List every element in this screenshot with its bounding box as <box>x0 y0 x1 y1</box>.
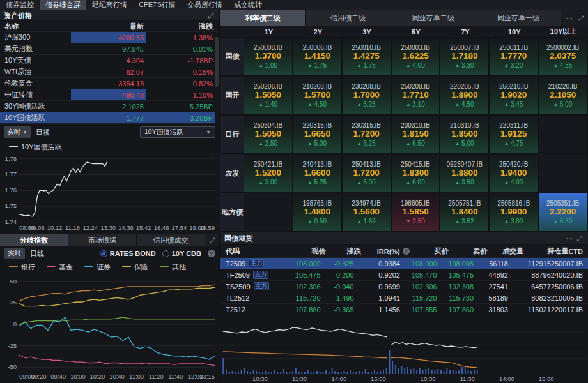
asset-table-scrollbar[interactable] <box>215 32 219 124</box>
futures-table-row[interactable]: T2512107.860-0.3651.1456107.855107.86031… <box>220 304 588 315</box>
menu-tab-bond-composite[interactable]: 债券综合屏 <box>40 0 86 10</box>
futures-table-row[interactable]: TL2512115.720-1.4901.0941115.720115.7305… <box>220 292 588 304</box>
rates-grid-cell[interactable]: 2505351.IB2.2200▲6.50 <box>539 193 588 231</box>
svg-text:15:00: 15:00 <box>539 375 554 382</box>
bond-code: 250420.IB <box>499 161 529 168</box>
instrument-select[interactable]: 10Y国债活跃 ▼ <box>140 126 215 138</box>
asset-table-row[interactable]: 10Y国债活跃1.7773.20BP <box>0 112 219 124</box>
tab-rates-secondary[interactable]: 利率债二级 <box>220 10 306 26</box>
expand-icon[interactable]: ⤢ <box>576 15 585 22</box>
triangle-down-icon: ▼ <box>406 219 410 223</box>
rates-grid-cell[interactable]: 250304.IB1.5050▲2.50 <box>244 116 293 153</box>
futures-price: 102.306 <box>282 283 320 290</box>
rates-grid-cell[interactable]: 234974.IB1.5600▲1.69 <box>343 193 392 231</box>
rates-grid-cell[interactable]: 250413.IB1.7200▲5.00 <box>343 154 392 192</box>
asset-panel-header: 资产价格 ⤢ <box>0 10 219 21</box>
asset-table-row[interactable]: 沪深3004260.551.38% <box>0 32 219 43</box>
futures-change: -0.365 <box>321 306 354 313</box>
rates-grid-cell[interactable]: 220205.IB1.8900▲4.50 <box>440 77 490 114</box>
asset-table-row[interactable]: 30Y国债活跃2.10255.25BP <box>0 101 219 112</box>
bond-yield-value: 2.1050 <box>550 91 576 100</box>
rates-grid-cell[interactable]: 250003.IB1.6225▲4.00 <box>392 38 441 75</box>
rates-grid-cell[interactable]: 220311.IB1.9125▲4.75 <box>490 116 539 153</box>
futures-col-label: 涨跌 <box>346 247 360 255</box>
rates-grid-cell[interactable]: 250208.IB1.7710▲3.10 <box>392 77 441 114</box>
futures-volume: 44892 <box>474 271 508 279</box>
expand-icon[interactable]: ⤢ <box>575 235 584 242</box>
futures-price: 105.475 <box>282 271 320 279</box>
rates-grid-cell[interactable]: 2505816.IB1.9900▲3.00 <box>490 193 539 231</box>
futures-table-header: 代码现价涨跌IRR(%)?买价卖价成交量持仓量CTD <box>220 245 588 258</box>
realtime-toggle-button[interactable]: 实时 <box>4 248 25 259</box>
expand-icon[interactable]: ⤢ <box>208 237 217 244</box>
triangle-up-icon: ▲ <box>455 102 460 107</box>
rates-grid-cell[interactable]: 220315.IB1.6650▲5.00 <box>293 116 343 153</box>
menu-tab-trade-stats[interactable]: 成交统计 <box>228 0 268 10</box>
rates-grid-cell[interactable]: 210310.IB1.8500▲5.00 <box>440 116 490 153</box>
rates-grid-cell[interactable]: 250420.IB1.9400▲4.00 <box>490 154 539 192</box>
rates-grid-cell[interactable]: 2505751.IB1.8400▲3.52 <box>440 193 490 231</box>
bond-type-radio-group: RATES BOND 10Y CDB ? <box>100 250 215 257</box>
rates-grid-cell[interactable]: 250008.IB1.3700▲1.00 <box>244 38 293 75</box>
tab-ncd-secondary[interactable]: 同业存单二级 <box>391 10 476 26</box>
tab-credit-secondary[interactable]: 信用债二级 <box>306 10 391 26</box>
rates-grid-cell[interactable]: 250007.IB1.7180▲3.30 <box>440 38 490 75</box>
scrollbar-thumb[interactable] <box>215 37 219 87</box>
futures-table-row[interactable]: T2509主力108.000-0.3250.9384108.000108.005… <box>220 258 588 269</box>
triangle-up-icon: ▲ <box>308 219 313 223</box>
bond-change-value: 2.50 <box>412 218 424 225</box>
menu-tab-cfets-quotes[interactable]: CFETS行情 <box>133 0 182 10</box>
asset-change-value: 3.20BP <box>146 114 213 122</box>
tab-market-sentiment[interactable]: 市场情绪 <box>68 234 137 246</box>
rates-grid-cell[interactable]: 210208.IB1.5700▲4.50 <box>293 77 343 114</box>
rates-grid-cell[interactable]: 2500002.IB2.0375▲4.35 <box>539 38 588 75</box>
futures-col-chg: 涨跌 <box>326 246 361 256</box>
more-icon[interactable]: ⋯ <box>564 15 575 22</box>
menu-tab-broker-quotes[interactable]: 经纪商行情 <box>86 0 133 10</box>
rates-grid-cell[interactable]: 250415.IB1.8300▲6.00 <box>392 154 441 192</box>
help-icon[interactable]: ? <box>403 248 410 255</box>
rates-grid-cell[interactable]: 250210.IB1.9020▲3.45 <box>490 77 539 114</box>
tab-divergence-index[interactable]: 分歧指数 <box>0 234 68 246</box>
bond-code: 2505816.IB <box>497 200 530 207</box>
radio-rates-bond[interactable]: RATES BOND <box>100 250 156 257</box>
futures-table-row[interactable]: TF2509主力105.475-0.2000.9202105.470105.47… <box>220 269 588 281</box>
svg-text:25: 25 <box>10 299 17 306</box>
rates-grid-cell[interactable]: 230208.IB1.7000▲5.25 <box>343 77 392 114</box>
asset-table-row[interactable]: 10Y美债4.304-1.78BP <box>0 55 219 66</box>
asset-table-row[interactable]: 伦敦黄金3354.180.82% <box>0 78 219 89</box>
rates-grid-cell[interactable]: 250206.IB1.5050▲1.40 <box>244 77 293 114</box>
rates-grid-cell[interactable]: 250010.IB1.4275▲1.75 <box>343 38 392 75</box>
rates-grid-cell[interactable]: 230315.IB1.7200▲5.25 <box>343 116 392 153</box>
help-icon[interactable]: ? <box>208 250 215 257</box>
futures-col-vol: 成交量 <box>487 246 523 256</box>
asset-table-row[interactable]: 美元指数97.845-0.01% <box>0 43 219 55</box>
rates-grid-cell[interactable]: 250011.IB1.7770▲3.20 <box>490 38 539 75</box>
more-icon[interactable]: ⋯ <box>564 235 575 242</box>
freq-daily-option[interactable]: 日频 <box>36 128 50 137</box>
menu-tab-bond-monitor[interactable]: 债券监控 <box>0 0 40 10</box>
bond-change-value: 4.75 <box>511 140 523 147</box>
rates-grid-cell[interactable]: 250006.IB1.4150▲1.75 <box>293 38 343 75</box>
futures-col-label: 卖价 <box>473 247 487 255</box>
rates-grid-cell[interactable]: 250421.IB1.5200▲3.00 <box>244 154 293 192</box>
rates-grid-cell[interactable]: 200310.IB1.8150▲6.50 <box>392 116 441 153</box>
expand-icon[interactable]: ⤢ <box>206 12 215 19</box>
rates-grid-cell[interactable]: 240413.IB1.6600▲5.25 <box>293 154 343 192</box>
rates-grid-cell[interactable]: 210220.IB2.1050▲5.00 <box>539 77 588 114</box>
bond-code: 220311.IB <box>499 122 528 129</box>
futures-col-label: CTD <box>568 248 583 255</box>
freq-dayline-option[interactable]: 日线 <box>30 249 44 259</box>
rates-grid-cell[interactable]: 09250407.IB1.8800▲3.50 <box>440 154 490 192</box>
bond-yield-value: 1.9125 <box>500 130 527 139</box>
menu-tab-exchange-quotes[interactable]: 交易所行情 <box>182 0 228 10</box>
asset-table-row[interactable]: WTI原油62.070.15% <box>0 66 219 78</box>
rates-grid-cell[interactable]: 198763.IB1.4800▲0.50 <box>293 193 343 231</box>
tab-ncd-primary[interactable]: 同业存单一级 <box>476 10 561 26</box>
asset-table-row[interactable]: 中证转债480.481.10% <box>0 89 219 101</box>
tab-credit-bond-trades[interactable]: 信用债成交 <box>137 234 205 246</box>
rates-grid-cell[interactable]: 198805.IB1.5850▼2.50 <box>392 193 441 231</box>
interval-dropdown-button[interactable]: 实时 ▼ <box>4 126 31 138</box>
radio-10y-cdb[interactable]: 10Y CDB <box>162 250 201 257</box>
futures-table-row[interactable]: TS2509主力102.306-0.0400.9699102.306102.30… <box>220 281 588 292</box>
